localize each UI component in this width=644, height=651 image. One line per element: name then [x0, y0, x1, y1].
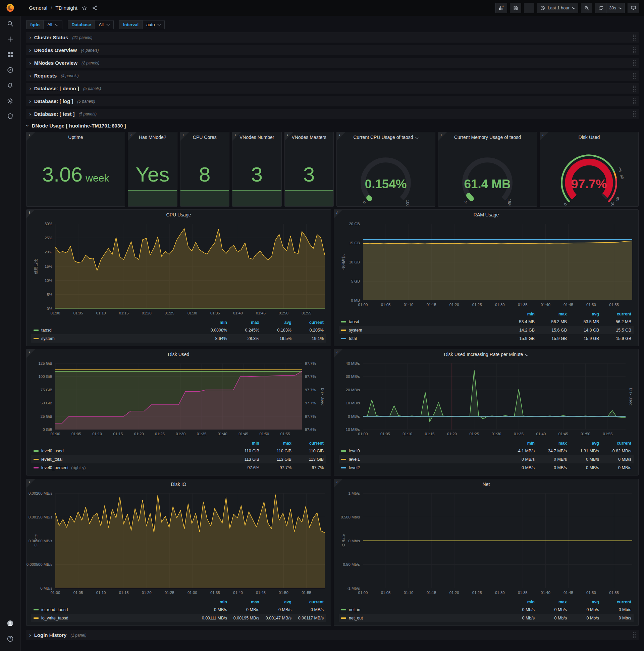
panel-header[interactable]: iDisk Used — [540, 132, 638, 142]
row-drag-handle[interactable] — [633, 73, 636, 79]
grafana-logo-icon[interactable] — [0, 0, 21, 16]
cycle-view-button[interactable] — [627, 3, 639, 13]
sidebar-item-settings[interactable] — [0, 93, 21, 108]
panel-info-corner[interactable] — [27, 479, 35, 488]
row-drag-handle[interactable] — [633, 98, 636, 104]
legend-series-toggle[interactable]: level0 — [341, 448, 503, 453]
dashboard-settings-button[interactable] — [524, 3, 534, 13]
variable-Database[interactable]: DatabaseAll — [68, 20, 114, 29]
legend-series-toggle[interactable]: system — [341, 328, 503, 333]
legend-series-toggle[interactable]: taosd — [34, 328, 195, 333]
panel-header[interactable]: iUptime — [27, 132, 125, 142]
share-dashboard-button[interactable] — [91, 4, 98, 11]
sidebar-item-alerting[interactable] — [0, 78, 21, 93]
gauge[interactable]: 075809510097.7% — [540, 142, 638, 206]
panel-header[interactable]: iRAM Usage — [334, 210, 638, 220]
add-panel-button[interactable] — [495, 3, 507, 13]
chart-plot[interactable]: 125 GiB100 GiB75 GiB50 GiB25 GiB0 GiB97.… — [55, 364, 302, 430]
panel-header[interactable]: iDisk IO — [27, 479, 331, 489]
chart-plot[interactable]: 0.00200 MB/s0.00150 MB/s0.00100 MB/s0.00… — [55, 493, 325, 588]
panel-header[interactable]: iNet — [334, 479, 638, 489]
sidebar-item-plus[interactable] — [0, 31, 21, 46]
gauge[interactable]: 0158961.4 MB — [439, 142, 537, 206]
legend-series-toggle[interactable]: io_read_taosd — [34, 608, 195, 612]
panel-header[interactable]: iCurrent Memory Usage of taosd — [439, 132, 537, 142]
variable-fqdn[interactable]: fqdnAll — [26, 20, 62, 29]
legend-series-toggle[interactable]: system — [34, 336, 195, 341]
panel-info-corner[interactable] — [181, 132, 189, 141]
sidebar-item-explore[interactable] — [0, 62, 21, 78]
row-drag-handle[interactable] — [633, 60, 636, 66]
sidebar-item-avatar[interactable] — [0, 615, 21, 631]
refresh-interval-picker[interactable]: 30s — [606, 3, 625, 13]
legend-series-toggle[interactable]: net_in — [341, 608, 503, 612]
dashboard-row-database-log-[interactable]: ›Database: [ log ](5 panels) — [26, 96, 639, 106]
sidebar-item-search[interactable] — [0, 16, 21, 31]
panel-header[interactable]: iHas MNode? — [128, 132, 177, 142]
panel-info-corner[interactable] — [232, 132, 241, 141]
sidebar-item-help[interactable]: ? — [0, 631, 21, 646]
legend-series-toggle[interactable]: level0_percent (right-y) — [34, 465, 227, 470]
panel-header[interactable]: iCPU Cores — [181, 132, 229, 142]
save-dashboard-button[interactable] — [510, 3, 521, 13]
dashboard-row-mnodes-overview[interactable]: ›MNodes Overview(2 panels) — [26, 58, 639, 68]
panel-info-corner[interactable] — [27, 210, 35, 218]
dashboard-row-database-demo-[interactable]: ›Database: [ demo ](5 panels) — [26, 83, 639, 94]
star-dashboard-button[interactable] — [81, 4, 88, 11]
legend-series-toggle[interactable]: level1 — [341, 457, 503, 462]
row-drag-handle[interactable] — [633, 86, 636, 92]
panel-info-corner[interactable] — [128, 132, 136, 141]
dashboard-row-requests[interactable]: ›Requests(4 panels) — [26, 70, 639, 81]
panel-header[interactable]: iVNodes Masters — [285, 132, 334, 142]
variable-Interval[interactable]: Intervalauto — [119, 20, 165, 29]
panel-info-corner[interactable] — [27, 349, 35, 358]
sidebar-item-shield[interactable] — [0, 108, 21, 124]
legend-series-toggle[interactable]: level0_used — [34, 448, 227, 453]
panel-header[interactable]: iDisk Used — [27, 349, 331, 360]
legend-value: 0 Mb/s — [535, 608, 567, 612]
legend-series-toggle[interactable]: level0_total — [34, 457, 227, 462]
panel-header[interactable]: iDisk Used Increasing Rate per Minute — [334, 349, 638, 360]
panel-info-corner[interactable] — [334, 349, 343, 358]
gauge[interactable]: 01000.154% — [337, 142, 435, 206]
panel-info-corner[interactable] — [439, 132, 447, 141]
row-drag-handle[interactable] — [633, 632, 636, 638]
breadcrumb-section[interactable]: General — [29, 5, 47, 11]
panel-header[interactable]: iCPU Usage — [27, 210, 331, 220]
main-area: General / TDinsight Last 1 hour30s fqdnA… — [21, 0, 644, 651]
legend-series-toggle[interactable]: total — [341, 336, 503, 341]
row-drag-handle[interactable] — [633, 47, 636, 53]
panel-info-corner[interactable] — [334, 210, 343, 218]
dashboard-row-dnode-usage[interactable]: ›DNode Usage [ huolinhe-TM1701:6030 ] — [26, 122, 639, 129]
dashboard-row-dnodes-overview[interactable]: ›DNodes Overview(4 panels) — [26, 45, 639, 55]
chart-plot[interactable]: 30%25%20%15%10%5%0%01:0001:0501:1001:150… — [55, 224, 325, 309]
legend-series-toggle[interactable]: net_out — [341, 616, 503, 620]
variable-value-dropdown[interactable]: auto — [142, 20, 165, 29]
sidebar-item-dashboards[interactable] — [0, 46, 21, 62]
info-icon: i — [287, 133, 288, 137]
refresh-button[interactable] — [595, 3, 606, 13]
row-drag-handle[interactable] — [633, 35, 636, 41]
dashboard-row-login-history[interactable]: ›Login History(1 panel) — [26, 630, 639, 640]
variable-value-dropdown[interactable]: All — [95, 20, 114, 29]
legend-series-toggle[interactable]: level2 — [341, 465, 503, 470]
chart-plot[interactable]: 40 MB/s30 MB/s20 MB/s10 MB/s0 MB/s-10 MB… — [363, 364, 625, 430]
variable-value-dropdown[interactable]: All — [43, 20, 62, 29]
legend-series-toggle[interactable]: taosd — [341, 319, 503, 324]
chart-plot[interactable]: 1 Mb/s0.500 Mb/s0 Mb/s-0.50 Mb/s-1 Mb/s0… — [363, 493, 632, 588]
panel-info-corner[interactable] — [27, 132, 35, 141]
panel-header[interactable]: iVNodes Number — [232, 132, 282, 142]
dashboard-row-cluster-status[interactable]: ›Cluster Status(21 panels) — [26, 32, 639, 42]
time-range-picker[interactable]: Last 1 hour — [537, 3, 578, 13]
chart-plot[interactable]: 20 GB15 GB10 GB5 GB0 MB01:0001:0501:1001… — [363, 224, 632, 300]
row-drag-handle[interactable] — [633, 111, 636, 117]
panel-info-corner[interactable] — [337, 132, 345, 141]
panel-header[interactable]: iCurrent CPU Usage of taosd — [337, 132, 435, 142]
legend-series-toggle[interactable]: io_write_taosd — [34, 616, 195, 620]
panel-info-corner[interactable] — [285, 132, 293, 141]
panel-info-corner[interactable] — [334, 479, 343, 488]
breadcrumb-page[interactable]: TDinsight — [55, 5, 77, 11]
panel-info-corner[interactable] — [540, 132, 548, 141]
dashboard-row-database-test-[interactable]: ›Database: [ test ](5 panels) — [26, 109, 639, 119]
zoom-out-time-button[interactable] — [581, 3, 592, 13]
